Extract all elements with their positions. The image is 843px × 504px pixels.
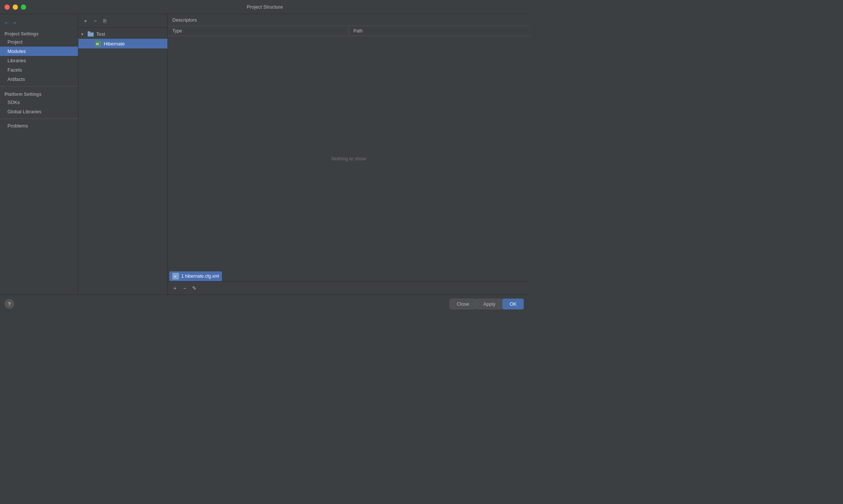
remove-descriptor-button[interactable]: −	[181, 284, 189, 292]
svg-text:H: H	[96, 42, 99, 46]
back-arrow-icon[interactable]: ←	[4, 19, 10, 26]
apply-button[interactable]: Apply	[476, 299, 503, 309]
module-toolbar: + − ⎘	[78, 14, 167, 28]
sidebar-divider	[0, 86, 78, 86]
tree-item-test[interactable]: ▾ Test	[78, 29, 167, 39]
tree-item-hibernate[interactable]: ▸ H Hibernate	[78, 39, 167, 48]
col-path-header: Path	[349, 26, 530, 36]
copy-module-button[interactable]: ⎘	[101, 17, 109, 25]
help-button[interactable]: ?	[4, 299, 14, 309]
ok-button[interactable]: OK	[502, 299, 524, 309]
sidebar-item-global-libraries[interactable]: Global Libraries	[0, 107, 78, 116]
content-area: Descriptors Type Path Nothing to show	[168, 14, 530, 294]
project-settings-label: Project Settings	[0, 28, 78, 37]
edit-descriptor-button[interactable]: ✎	[190, 284, 198, 292]
tooltip-popup: H 1 hibernate.cfg.xml	[169, 271, 222, 281]
remove-module-button[interactable]: −	[91, 17, 99, 25]
window-title: Project Structure	[247, 4, 283, 10]
svg-rect-1	[88, 31, 90, 33]
title-bar: Project Structure	[0, 0, 530, 14]
sidebar-item-artifacts[interactable]: Artifacts	[0, 75, 78, 84]
tooltip-file-icon: H	[172, 273, 179, 280]
sidebar-item-libraries[interactable]: Libraries	[0, 56, 78, 65]
tree-item-test-label: Test	[96, 31, 105, 37]
desc-bottom-toolbar: H 1 hibernate.cfg.xml + − ✎	[168, 281, 530, 294]
minimize-window-button[interactable]	[13, 4, 18, 10]
sidebar-item-problems[interactable]: Problems	[0, 121, 78, 130]
nothing-to-show-text: Nothing to show	[331, 156, 366, 161]
forward-arrow-icon[interactable]: →	[11, 19, 17, 26]
close-window-button[interactable]	[4, 4, 10, 10]
add-descriptor-button[interactable]: +	[171, 284, 179, 292]
maximize-window-button[interactable]	[21, 4, 26, 10]
sidebar-item-facets[interactable]: Facets	[0, 65, 78, 75]
hibernate-icon: H	[95, 40, 101, 47]
tree-arrow-icon: ▾	[81, 32, 86, 36]
sidebar-divider-2	[0, 119, 78, 119]
module-panel: + − ⎘ ▾ Test ▸	[78, 14, 168, 294]
col-type-header: Type	[168, 26, 349, 36]
svg-text:H: H	[174, 275, 176, 278]
add-module-button[interactable]: +	[81, 17, 90, 25]
descriptors-table: Type Path	[168, 26, 530, 36]
window-controls	[4, 4, 26, 10]
module-tree: ▾ Test ▸ H Hibernate	[78, 28, 167, 294]
sidebar: ← → Project Settings Project Modules Lib…	[0, 14, 78, 294]
sidebar-item-sdks[interactable]: SDKs	[0, 98, 78, 107]
tree-item-hibernate-label: Hibernate	[104, 41, 125, 47]
descriptors-header: Descriptors	[168, 14, 530, 26]
sidebar-item-project[interactable]: Project	[0, 37, 78, 47]
footer: ? Close Apply OK	[0, 294, 530, 313]
folder-icon	[87, 31, 94, 37]
descriptors-container: Type Path Nothing to show	[168, 26, 530, 281]
tooltip-text: 1 hibernate.cfg.xml	[181, 274, 219, 279]
close-button[interactable]: Close	[449, 299, 476, 309]
sidebar-nav-row: ← →	[0, 17, 78, 28]
main-layout: ← → Project Settings Project Modules Lib…	[0, 14, 530, 294]
sidebar-item-modules[interactable]: Modules	[0, 47, 78, 56]
nothing-to-show-area: Nothing to show	[168, 36, 530, 281]
platform-settings-label: Platform Settings	[0, 89, 78, 98]
